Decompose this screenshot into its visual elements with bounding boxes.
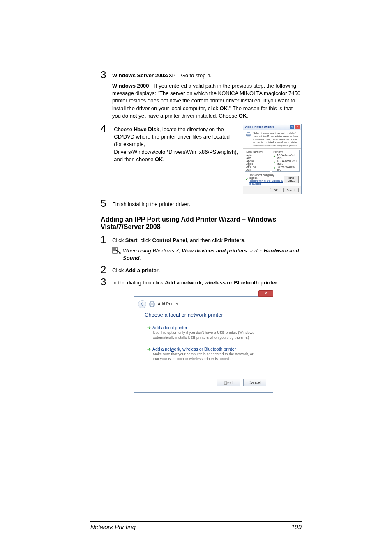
printer-icon: [149, 301, 155, 307]
opt1-title: Add a local printer: [152, 325, 187, 330]
dlg2-footer: Next Cancel: [134, 374, 273, 392]
step-4-body: Choose Have Disk, locate the directory o…: [114, 124, 238, 163]
list-item[interactable]: Apollo: [245, 160, 270, 162]
dlg2-header: Add Printer: [134, 297, 273, 309]
s4-a: Choose: [114, 126, 134, 132]
list-item[interactable]: ✦AGFA-AccuSet v52.3: [272, 154, 299, 160]
step-5: 5 Finish installing the printer driver.: [101, 199, 302, 208]
s4-end: .: [163, 156, 165, 162]
step-number-2: 2: [101, 265, 111, 275]
sub3-body: In the dialog box click Add a network, w…: [112, 277, 302, 287]
step-number-4: 4: [101, 124, 107, 134]
arrow-left-icon: [140, 302, 144, 306]
add-printer-wizard-dialog: Add Printer Wizard ? × Select the manufa…: [243, 124, 302, 194]
add-printer-dialog: × Add Printer Choose a local or network …: [134, 290, 273, 393]
dlg2-title: Choose a local or network printer: [134, 309, 273, 321]
step-number-3b: 3: [101, 277, 111, 287]
svg-rect-9: [150, 305, 154, 307]
step-3: 3 Windows Server 2003/XP—Go to step 4.: [101, 70, 302, 80]
add-network-printer-option[interactable]: ➔ Add a network, wireless or Bluetooth p…: [145, 344, 262, 364]
printers-list[interactable]: Printers ✦AGFA-AccuSet v52.3 ✦AGFA-AccuS…: [272, 150, 300, 172]
opt1-desc: Use this option only if you don't have a…: [153, 330, 260, 340]
dlg1-titlebar: Add Printer Wizard ? ×: [243, 124, 301, 130]
dlg1-sign-link[interactable]: Tell me why driver signing is important: [249, 179, 284, 185]
step-4: 4 Choose Have Disk, locate the directory…: [101, 124, 302, 194]
opt2-title: Add a network, wireless or Bluetooth pri…: [152, 347, 236, 352]
footer-page-number: 199: [291, 523, 302, 530]
step-number-3: 3: [101, 70, 111, 80]
step3-lead-bold: Windows Server 2003/XP: [112, 72, 176, 79]
step-number-1: 1: [101, 235, 111, 245]
arrow-right-icon: ➔: [147, 325, 151, 330]
list-item[interactable]: Apple: [245, 162, 270, 165]
list-item[interactable]: Alps: [245, 157, 270, 160]
note-body: When using Windows 7, View devices and p…: [123, 247, 302, 262]
ok-button[interactable]: OK: [270, 188, 281, 192]
svg-rect-8: [150, 302, 154, 303]
step3-p2-ok2: OK: [239, 113, 247, 119]
svg-rect-2: [247, 136, 250, 137]
next-button[interactable]: Next: [217, 379, 240, 386]
step3-p2-ok1: OK: [220, 105, 228, 111]
dlg1-title-text: Add Printer Wizard: [245, 125, 274, 129]
sub-step-2: 2 Click Add a printer.: [101, 265, 302, 275]
sub-step-3: 3 In the dialog box click Add a network,…: [101, 277, 302, 287]
sub1-body: Click Start, click Control Panel, and th…: [112, 235, 302, 244]
manuf-header: Manufacturer: [245, 150, 270, 154]
s4-havedisk: Have Disk: [134, 126, 159, 132]
printers-header: Printers: [272, 150, 299, 154]
list-item[interactable]: ✦AGFA-AccuSet 800SF v52.3: [272, 171, 299, 172]
step-3-body: Windows Server 2003/XP—Go to step 4.: [112, 70, 302, 79]
list-item[interactable]: ✦AGFA-AccuSet 800: [272, 165, 299, 171]
list-item[interactable]: AST: [245, 168, 270, 171]
note-icon: [112, 247, 123, 262]
step-number-5: 5: [101, 199, 111, 208]
list-item[interactable]: APS-PS: [245, 165, 270, 168]
shield-icon: ✔: [246, 178, 248, 181]
sub2-body: Click Add a printer.: [112, 265, 302, 274]
document-page: 3 Windows Server 2003/XP—Go to step 4. W…: [0, 0, 392, 555]
close-icon[interactable]: ×: [295, 125, 300, 129]
close-icon[interactable]: ×: [258, 290, 273, 297]
step3-lead-rest: —Go to step 4.: [176, 72, 212, 79]
svg-rect-1: [247, 133, 250, 134]
step3-p2-bold: Windows 2000: [112, 83, 149, 89]
back-button[interactable]: [138, 300, 146, 308]
add-local-printer-option[interactable]: ➔ Add a local printer Use this option on…: [145, 323, 262, 342]
footer-section: Network Printing: [90, 523, 136, 530]
cancel-button[interactable]: Cancel: [243, 379, 266, 386]
page-footer: Network Printing 199: [90, 521, 302, 530]
dlg1-sign-text: This driver is digitally signed.: [249, 173, 284, 179]
dlg2-breadcrumb: Add Printer: [158, 302, 178, 306]
arrow-right-icon: ➔: [147, 347, 151, 352]
section-heading: Adding an IPP Port using Add Printer Wiz…: [101, 216, 302, 231]
list-item[interactable]: Agfa: [245, 154, 270, 157]
have-disk-button[interactable]: Have Disk...: [284, 176, 299, 183]
dlg1-desc-text: Select the manufacturer and model of you…: [253, 132, 299, 147]
help-icon[interactable]: ?: [290, 125, 294, 129]
dlg1-lists: Manufacturer Agfa Alps Apollo Apple APS-…: [243, 149, 301, 173]
cancel-button[interactable]: Cancel: [283, 188, 299, 192]
printer-icon: [246, 132, 251, 138]
dlg1-footer: OK Cancel: [243, 186, 301, 194]
note-row: When using Windows 7, View devices and p…: [112, 247, 302, 262]
step3-p2-end: .: [247, 113, 248, 119]
step-5-body: Finish installing the printer driver.: [112, 199, 302, 208]
step3-para2: Windows 2000—If you entered a valid path…: [112, 82, 302, 120]
opt2-desc: Make sure that your computer is connecte…: [153, 352, 260, 361]
sub-step-1: 1 Click Start, click Control Panel, and …: [101, 235, 302, 245]
dlg1-sign-row: ✔ This driver is digitally signed. Tell …: [243, 173, 301, 186]
dlg1-description: Select the manufacturer and model of you…: [243, 130, 301, 149]
list-item[interactable]: ✦AGFA-AccuSetSF v52.3: [272, 160, 299, 165]
s4-ok: OK: [155, 156, 163, 162]
manufacturer-list[interactable]: Manufacturer Agfa Alps Apollo Apple APS-…: [245, 150, 270, 172]
